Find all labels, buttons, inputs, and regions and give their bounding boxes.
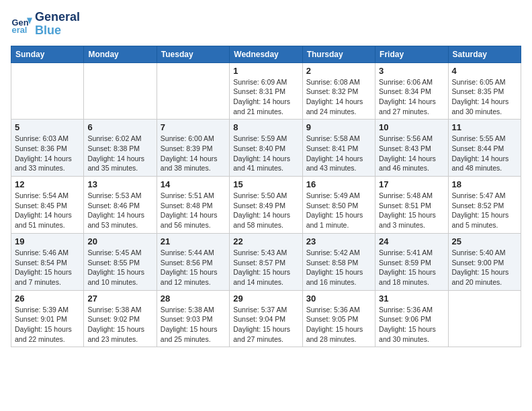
- day-number: 13: [87, 179, 152, 189]
- weekday-tuesday: Tuesday: [157, 46, 229, 62]
- day-number: 25: [452, 236, 517, 246]
- day-number: 17: [379, 179, 444, 189]
- day-info: Sunrise: 5:43 AM Sunset: 8:57 PM Dayligh…: [233, 248, 298, 287]
- day-info: Sunrise: 5:47 AM Sunset: 8:52 PM Dayligh…: [452, 191, 517, 230]
- day-info: Sunrise: 6:03 AM Sunset: 8:36 PM Dayligh…: [15, 134, 80, 173]
- calendar-cell: 7Sunrise: 6:00 AM Sunset: 8:39 PM Daylig…: [157, 120, 229, 177]
- day-number: 3: [379, 66, 444, 76]
- page-header: Gen eral General Blue: [11, 11, 521, 38]
- calendar-cell: [448, 290, 521, 347]
- week-row-1: 1Sunrise: 6:09 AM Sunset: 8:31 PM Daylig…: [11, 62, 521, 120]
- calendar-cell: 4Sunrise: 6:05 AM Sunset: 8:35 PM Daylig…: [448, 62, 521, 120]
- calendar-cell: 24Sunrise: 5:41 AM Sunset: 8:59 PM Dayli…: [375, 233, 448, 290]
- day-number: 18: [452, 179, 517, 189]
- day-info: Sunrise: 5:36 AM Sunset: 9:05 PM Dayligh…: [306, 305, 371, 345]
- calendar-cell: 18Sunrise: 5:47 AM Sunset: 8:52 PM Dayli…: [448, 177, 521, 234]
- day-info: Sunrise: 5:40 AM Sunset: 9:00 PM Dayligh…: [452, 248, 517, 287]
- logo-line2: Blue: [35, 24, 80, 38]
- day-number: 14: [161, 179, 226, 189]
- day-info: Sunrise: 6:00 AM Sunset: 8:39 PM Dayligh…: [161, 134, 226, 173]
- svg-text:eral: eral: [12, 25, 28, 35]
- day-number: 16: [306, 179, 371, 189]
- day-info: Sunrise: 5:38 AM Sunset: 9:03 PM Dayligh…: [161, 305, 226, 345]
- calendar-cell: 27Sunrise: 5:38 AM Sunset: 9:02 PM Dayli…: [84, 290, 157, 347]
- calendar-cell: 15Sunrise: 5:50 AM Sunset: 8:49 PM Dayli…: [230, 177, 302, 234]
- calendar-cell: 22Sunrise: 5:43 AM Sunset: 8:57 PM Dayli…: [230, 233, 302, 290]
- day-info: Sunrise: 5:51 AM Sunset: 8:48 PM Dayligh…: [161, 191, 226, 230]
- day-number: 24: [379, 236, 444, 246]
- day-number: 7: [161, 122, 226, 132]
- day-number: 4: [452, 66, 517, 76]
- weekday-friday: Friday: [375, 46, 448, 62]
- week-row-3: 12Sunrise: 5:54 AM Sunset: 8:45 PM Dayli…: [11, 177, 521, 234]
- day-number: 12: [15, 179, 80, 189]
- weekday-sunday: Sunday: [11, 46, 84, 62]
- calendar-cell: [157, 62, 229, 120]
- weekday-wednesday: Wednesday: [230, 46, 302, 62]
- logo: Gen eral General Blue: [11, 11, 80, 38]
- day-info: Sunrise: 5:45 AM Sunset: 8:55 PM Dayligh…: [87, 248, 152, 287]
- calendar-cell: 9Sunrise: 5:58 AM Sunset: 8:41 PM Daylig…: [302, 120, 375, 177]
- day-info: Sunrise: 6:05 AM Sunset: 8:35 PM Dayligh…: [452, 77, 517, 117]
- day-number: 22: [233, 236, 298, 246]
- day-info: Sunrise: 5:48 AM Sunset: 8:51 PM Dayligh…: [379, 191, 444, 230]
- day-info: Sunrise: 5:49 AM Sunset: 8:50 PM Dayligh…: [306, 191, 371, 230]
- calendar-cell: 29Sunrise: 5:37 AM Sunset: 9:04 PM Dayli…: [230, 290, 302, 347]
- day-number: 8: [233, 122, 298, 132]
- day-info: Sunrise: 6:08 AM Sunset: 8:32 PM Dayligh…: [306, 77, 371, 117]
- calendar-cell: 1Sunrise: 6:09 AM Sunset: 8:31 PM Daylig…: [230, 62, 302, 120]
- day-info: Sunrise: 5:42 AM Sunset: 8:58 PM Dayligh…: [306, 248, 371, 287]
- day-info: Sunrise: 5:37 AM Sunset: 9:04 PM Dayligh…: [233, 305, 298, 345]
- calendar-cell: 25Sunrise: 5:40 AM Sunset: 9:00 PM Dayli…: [448, 233, 521, 290]
- calendar-cell: 10Sunrise: 5:56 AM Sunset: 8:43 PM Dayli…: [375, 120, 448, 177]
- logo-icon: Gen eral: [11, 13, 32, 35]
- day-number: 30: [306, 293, 371, 304]
- calendar-cell: 20Sunrise: 5:45 AM Sunset: 8:55 PM Dayli…: [84, 233, 157, 290]
- weekday-monday: Monday: [84, 46, 157, 62]
- day-info: Sunrise: 5:44 AM Sunset: 8:56 PM Dayligh…: [161, 248, 226, 287]
- day-info: Sunrise: 5:41 AM Sunset: 8:59 PM Dayligh…: [379, 248, 444, 287]
- day-info: Sunrise: 5:56 AM Sunset: 8:43 PM Dayligh…: [379, 134, 444, 173]
- day-number: 26: [15, 293, 80, 304]
- calendar-cell: 5Sunrise: 6:03 AM Sunset: 8:36 PM Daylig…: [11, 120, 84, 177]
- day-number: 29: [233, 293, 298, 304]
- calendar-cell: 13Sunrise: 5:53 AM Sunset: 8:46 PM Dayli…: [84, 177, 157, 234]
- calendar-cell: 28Sunrise: 5:38 AM Sunset: 9:03 PM Dayli…: [157, 290, 229, 347]
- day-number: 10: [379, 122, 444, 132]
- week-row-5: 26Sunrise: 5:39 AM Sunset: 9:01 PM Dayli…: [11, 290, 521, 347]
- calendar-cell: [11, 62, 84, 120]
- day-info: Sunrise: 6:02 AM Sunset: 8:38 PM Dayligh…: [87, 134, 152, 173]
- calendar-cell: 12Sunrise: 5:54 AM Sunset: 8:45 PM Dayli…: [11, 177, 84, 234]
- day-info: Sunrise: 5:36 AM Sunset: 9:06 PM Dayligh…: [379, 305, 444, 345]
- day-info: Sunrise: 5:53 AM Sunset: 8:46 PM Dayligh…: [87, 191, 152, 230]
- calendar-cell: 11Sunrise: 5:55 AM Sunset: 8:44 PM Dayli…: [448, 120, 521, 177]
- day-info: Sunrise: 5:38 AM Sunset: 9:02 PM Dayligh…: [87, 305, 152, 345]
- day-number: 31: [379, 293, 444, 304]
- logo-line1: General: [35, 11, 80, 24]
- day-number: 6: [87, 122, 152, 132]
- day-info: Sunrise: 5:58 AM Sunset: 8:41 PM Dayligh…: [306, 134, 371, 173]
- weekday-saturday: Saturday: [448, 46, 521, 62]
- day-info: Sunrise: 5:54 AM Sunset: 8:45 PM Dayligh…: [15, 191, 80, 230]
- calendar-cell: 23Sunrise: 5:42 AM Sunset: 8:58 PM Dayli…: [302, 233, 375, 290]
- week-row-2: 5Sunrise: 6:03 AM Sunset: 8:36 PM Daylig…: [11, 120, 521, 177]
- calendar-cell: 26Sunrise: 5:39 AM Sunset: 9:01 PM Dayli…: [11, 290, 84, 347]
- weekday-thursday: Thursday: [302, 46, 375, 62]
- day-number: 2: [306, 66, 371, 76]
- calendar-cell: 21Sunrise: 5:44 AM Sunset: 8:56 PM Dayli…: [157, 233, 229, 290]
- day-number: 9: [306, 122, 371, 132]
- weekday-header-row: SundayMondayTuesdayWednesdayThursdayFrid…: [11, 46, 521, 62]
- day-info: Sunrise: 5:50 AM Sunset: 8:49 PM Dayligh…: [233, 191, 298, 230]
- day-info: Sunrise: 6:09 AM Sunset: 8:31 PM Dayligh…: [233, 77, 298, 117]
- calendar-cell: 3Sunrise: 6:06 AM Sunset: 8:34 PM Daylig…: [375, 62, 448, 120]
- day-info: Sunrise: 6:06 AM Sunset: 8:34 PM Dayligh…: [379, 77, 444, 117]
- calendar-cell: 19Sunrise: 5:46 AM Sunset: 8:54 PM Dayli…: [11, 233, 84, 290]
- calendar-cell: 16Sunrise: 5:49 AM Sunset: 8:50 PM Dayli…: [302, 177, 375, 234]
- calendar-cell: [84, 62, 157, 120]
- day-info: Sunrise: 5:59 AM Sunset: 8:40 PM Dayligh…: [233, 134, 298, 173]
- calendar-cell: 2Sunrise: 6:08 AM Sunset: 8:32 PM Daylig…: [302, 62, 375, 120]
- day-info: Sunrise: 5:39 AM Sunset: 9:01 PM Dayligh…: [15, 305, 80, 345]
- calendar-cell: 8Sunrise: 5:59 AM Sunset: 8:40 PM Daylig…: [230, 120, 302, 177]
- day-info: Sunrise: 5:55 AM Sunset: 8:44 PM Dayligh…: [452, 134, 517, 173]
- calendar-cell: 31Sunrise: 5:36 AM Sunset: 9:06 PM Dayli…: [375, 290, 448, 347]
